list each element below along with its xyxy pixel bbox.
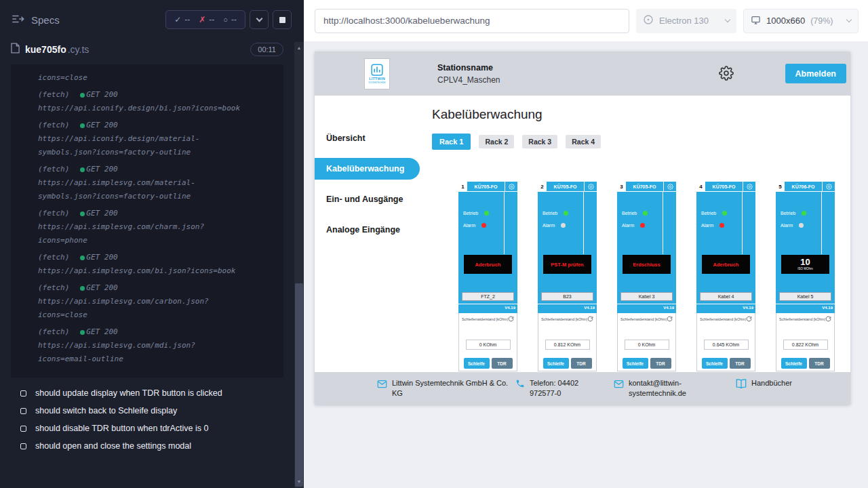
schleife-button[interactable]: Schleife: [781, 358, 807, 369]
log-status: GET 200: [86, 281, 117, 295]
log-entry[interactable]: (fetch) GET 200 https://api.simplesvg.co…: [11, 207, 283, 247]
status-message: Aderbruch: [475, 262, 501, 268]
card-settings-gear-icon[interactable]: [663, 182, 676, 191]
electron-icon: [643, 14, 654, 27]
test-item[interactable]: should disable TDR button when tdrActive…: [0, 420, 294, 437]
tab-label: Rack 2: [485, 138, 508, 146]
logo-subtext: SYSTEMTECHNIK: [368, 81, 386, 84]
alarm-label: Alarm: [622, 223, 634, 228]
refresh-icon[interactable]: [746, 316, 752, 322]
nav-item[interactable]: Übersicht: [315, 127, 432, 149]
log-meta: (fetch) GET 200: [38, 325, 283, 339]
device-cards: 1 KÜ705-FO Betrieb: [458, 182, 850, 371]
reporter-scrollbar[interactable]: ▲ ▼: [294, 42, 304, 488]
viewport-size: 1000x660: [766, 16, 805, 26]
footer-item[interactable]: Littwin Systemtechnik GmbH & Co. KG: [377, 378, 515, 399]
browser-select[interactable]: Electron 130: [636, 9, 736, 33]
cable-name-input[interactable]: FTZ_2: [462, 292, 514, 301]
app-footer: Littwin Systemtechnik GmbH & Co. KG Tele…: [315, 372, 850, 405]
card-settings-gear-icon[interactable]: [822, 182, 835, 191]
specs-menu-icon: [12, 14, 24, 26]
log-entry[interactable]: (fetch) GET 200 https://api.simplesvg.co…: [11, 251, 283, 278]
station-name: CPLV4_Maschen: [437, 75, 500, 85]
cable-name-input[interactable]: B23: [541, 292, 593, 301]
firmware-version: V4.19: [538, 304, 597, 313]
cable-name-input[interactable]: Kabel 3: [620, 292, 673, 301]
scroll-up-icon[interactable]: ▲: [294, 45, 304, 52]
rack-tab[interactable]: Rack 3: [522, 135, 557, 148]
nav-item[interactable]: Kabelüberwachung: [315, 158, 420, 180]
refresh-icon[interactable]: [667, 316, 673, 322]
log-entry[interactable]: (fetch) GET 200 https://api.simplesvg.co…: [11, 281, 283, 322]
card-settings-gear-icon[interactable]: [584, 182, 597, 191]
card-header: 4 KÜ705-FO: [696, 182, 755, 192]
test-title: should open and close the settings modal: [35, 441, 191, 451]
status-display: Aderbruch: [464, 255, 512, 274]
rack-tab[interactable]: Rack 4: [566, 135, 601, 148]
nav-label: Kabelüberwachung: [326, 164, 404, 174]
refresh-icon[interactable]: [508, 316, 514, 322]
log-entry[interactable]: (fetch) GET 200 https://api.simplesvg.co…: [11, 163, 283, 203]
footer-item[interactable]: kontakt@littwin-systemtechnik.de: [614, 378, 736, 399]
url-input[interactable]: http://localhost:3000/kabelueberwachung: [315, 9, 629, 33]
nav-item[interactable]: Analoge Eingänge: [315, 219, 432, 241]
measurement-label: Schleifenwiderstand [kOhm]: [620, 317, 667, 321]
test-title: should switch back to Schleife display: [35, 406, 177, 415]
stop-tests-button[interactable]: [273, 10, 292, 29]
log-entry[interactable]: (fetch) GET 200 https://api.iconify.desi…: [11, 119, 283, 159]
collapse-button[interactable]: [250, 10, 269, 29]
card-number: 5: [776, 182, 785, 191]
specs-header[interactable]: Specs: [12, 14, 60, 26]
alarm-row: Alarm: [458, 223, 517, 228]
card-settings-gear-icon[interactable]: [505, 182, 517, 191]
status-display: PST-M prüfen: [543, 255, 591, 274]
logo-text: LITTWIN: [369, 77, 385, 81]
spec-file-row[interactable]: kue705fo .cy.ts 00:11: [0, 37, 294, 62]
refresh-icon[interactable]: [587, 316, 593, 322]
schleife-button[interactable]: Schleife: [464, 358, 490, 369]
card-settings-gear-icon[interactable]: [743, 182, 755, 191]
measurement-panel: Schleifenwiderstand [kOhm] 0 KOhm Schlei…: [617, 313, 676, 371]
cable-name-input[interactable]: Kabel 4: [700, 292, 752, 301]
viewport-icon: [751, 15, 761, 27]
log-entry[interactable]: icons=close: [11, 71, 283, 85]
measurement-panel: Schleifenwiderstand [kOhm] 0 KOhm Schlei…: [458, 313, 517, 371]
alarm-led: [640, 223, 645, 228]
footer-item[interactable]: Telefon: 04402 972577-0: [515, 378, 614, 399]
rack-tab[interactable]: Rack 2: [479, 135, 514, 148]
log-entry[interactable]: (fetch) GET 200 https://api.iconify.desi…: [11, 88, 283, 115]
log-entry[interactable]: (fetch) GET 200 https://api.simplesvg.co…: [11, 325, 283, 366]
tab-label: Rack 3: [528, 138, 551, 146]
schleife-button[interactable]: Schleife: [702, 358, 728, 369]
tdr-button[interactable]: TDR: [730, 358, 751, 369]
app-header: LITTWIN SYSTEMTECHNIK Stationsname CPLV4…: [315, 52, 850, 96]
schleife-button[interactable]: Schleife: [623, 358, 648, 369]
cable-name-input[interactable]: Kabel 5: [779, 292, 831, 301]
tdr-button[interactable]: TDR: [650, 358, 671, 369]
app-main: Kabelüberwachung Rack 1 Rack 2 Rack 3 Ra…: [432, 96, 850, 372]
settings-gear-icon[interactable]: [719, 66, 734, 81]
footer-item[interactable]: Handbücher: [736, 378, 792, 389]
test-item[interactable]: should open and close the settings modal: [0, 437, 294, 455]
scrollbar-thumb[interactable]: [295, 283, 303, 487]
betrieb-row: Betrieb: [776, 211, 835, 216]
scroll-down-icon[interactable]: ▼: [294, 479, 304, 485]
test-item[interactable]: should switch back to Schleife display: [0, 402, 294, 420]
refresh-icon[interactable]: [825, 316, 831, 322]
viewport-select[interactable]: 1000x660 (79%): [743, 9, 859, 33]
rack-tab[interactable]: Rack 1: [432, 134, 471, 150]
schleife-button[interactable]: Schleife: [543, 358, 569, 369]
test-item[interactable]: should update display when TDR button is…: [0, 384, 294, 402]
log-meta: (fetch) GET 200: [38, 119, 283, 132]
tdr-button[interactable]: TDR: [809, 358, 830, 369]
alarm-led: [799, 223, 804, 228]
measurement-panel: Schleifenwiderstand [kOhm] 0.822 KOhm Sc…: [776, 313, 835, 371]
rack-tabs: Rack 1 Rack 2 Rack 3 Rack 4: [432, 134, 850, 150]
tdr-button[interactable]: TDR: [492, 358, 513, 369]
nav-item[interactable]: Ein- und Ausgänge: [315, 188, 432, 210]
status-message: PST-M prüfen: [551, 262, 583, 268]
tdr-button[interactable]: TDR: [571, 358, 592, 369]
log-url: https://api.iconify.design/material-symb…: [38, 132, 243, 159]
logout-button[interactable]: Abmelden: [785, 64, 846, 83]
card-number: 2: [538, 182, 547, 191]
